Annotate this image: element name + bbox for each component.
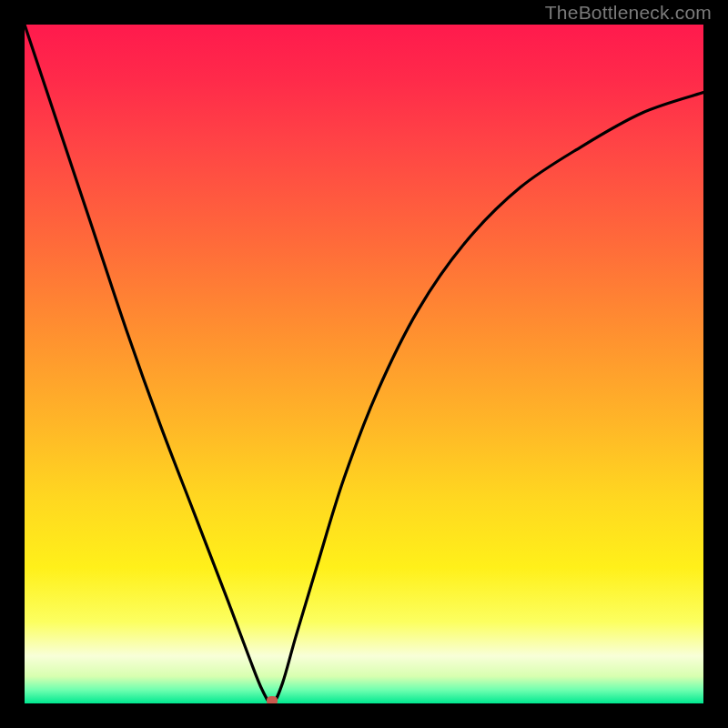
background-gradient	[25, 25, 703, 703]
minimum-marker-dot	[267, 696, 278, 703]
chart-plot-area	[25, 25, 703, 703]
watermark-text: TheBottleneck.com	[545, 2, 712, 24]
